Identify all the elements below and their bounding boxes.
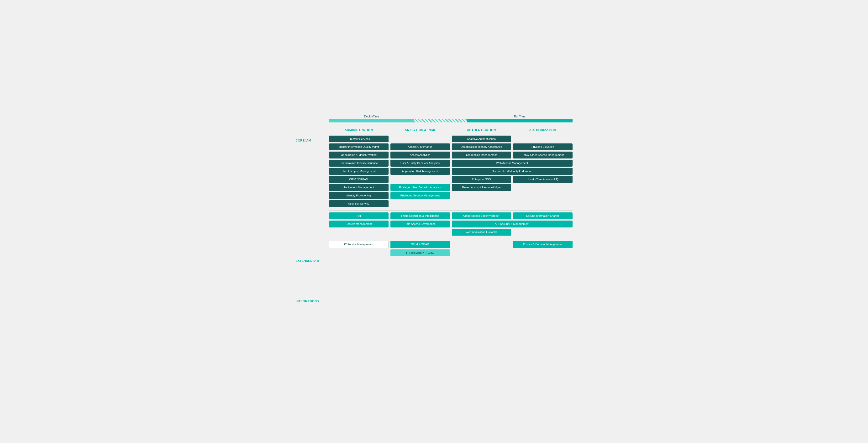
- int-row-2: IT Risk Mgmt / IT GRC: [329, 249, 572, 256]
- core-row-8: Identity Provisioning Privileged Session…: [329, 192, 572, 199]
- diagram-container: DeployTime RunTime CORE IAM EXTENDED IAM…: [291, 110, 577, 333]
- col-header-analytics: ANALYTICS & RISK: [391, 126, 450, 134]
- item-onboarding: Onboarding & Identity Vetting: [329, 152, 389, 158]
- separator-1: [329, 210, 572, 211]
- item-cloud-access-broker: Cloud Access Security Broker: [452, 213, 511, 219]
- middle-bar: [414, 119, 467, 122]
- core-iam-label: CORE IAM: [296, 137, 329, 254]
- core-row-2: Identity Information Quality Mgmt Access…: [329, 144, 572, 150]
- core-row-7: Entitlement Management Privileged User B…: [329, 184, 572, 191]
- item-web-app-firewalls: Web Application Firewalls: [452, 229, 511, 235]
- item-credentials-mgmt: Credentials Management: [452, 152, 511, 158]
- ext-row-3: Web Application Firewalls: [329, 229, 572, 235]
- item-policy-access: Policy-based Access Management: [513, 152, 572, 158]
- item-priv-session-mgmt: Privileged Session Management: [391, 192, 450, 199]
- main-layout: CORE IAM EXTENDED IAM INTEGRATIONS ADMIN…: [296, 126, 572, 328]
- item-secrets-mgmt: Secrets Management: [329, 221, 389, 227]
- item-fraud-reduction: Fraud Reduction & Intelligence: [391, 213, 450, 219]
- item-privilege-elevation: Privilege Elevation: [513, 144, 572, 150]
- core-row-6: CIEM / DREAM Enterprise SSO Just-in-Time…: [329, 176, 572, 183]
- item-app-risk-mgmt: Application Risk Management: [391, 168, 450, 175]
- item-entitlement-mgmt: Entitlement Management: [329, 184, 389, 191]
- deploy-bar: [329, 119, 414, 122]
- row-labels: CORE IAM EXTENDED IAM INTEGRATIONS: [296, 126, 329, 328]
- item-privacy-consent: Privacy & Consent Management: [513, 241, 572, 248]
- core-row-1: Directory Services Adaptive Authenticati…: [329, 135, 572, 143]
- core-row-5: User Lifecycle Management Application Ri…: [329, 168, 572, 175]
- item-adaptive-auth: Adaptive Authentication: [452, 135, 511, 143]
- core-row-4: Decentralized Identity Issuance User & E…: [329, 160, 572, 167]
- item-jit: Just-in-Time Access (JIT): [513, 176, 572, 183]
- col-header-auth: AUTHENTICATION: [452, 126, 511, 134]
- item-enterprise-sso: Enterprise SSO: [452, 176, 511, 183]
- item-identity-info: Identity Information Quality Mgmt: [329, 144, 389, 150]
- item-access-governance: Access Governance: [391, 144, 450, 150]
- core-row-3: Onboarding & Identity Vetting Access Ana…: [329, 152, 572, 158]
- item-identity-provisioning: Identity Provisioning: [329, 192, 389, 199]
- ext-row-1: PKI Fraud Reduction & Intelligence Cloud…: [329, 213, 572, 219]
- item-dec-identity-issuance: Decentralized Identity Issuance: [329, 160, 389, 167]
- core-row-9: User Self Service: [329, 200, 572, 207]
- runtime-label: RunTime: [467, 115, 572, 118]
- item-it-risk-mgmt: IT Risk Mgmt / IT GRC: [391, 249, 450, 256]
- top-bar: [329, 119, 572, 122]
- item-ueba: User & Entity Behavior Analytics: [391, 160, 450, 167]
- column-headers: ADMINISTRATION ANALYTICS & RISK AUTHENTI…: [329, 126, 572, 134]
- col-header-authorization: AUTHORIZATION: [513, 126, 572, 134]
- item-dec-identity-acceptance: Decentralized Identity Acceptance: [452, 144, 511, 150]
- ext-row-2: Secrets Management Data Access Governanc…: [329, 221, 572, 227]
- item-directory-services: Directory Services: [329, 135, 389, 143]
- extended-iam-label: EXTENDED IAM: [296, 257, 329, 294]
- item-data-access-gov: Data Access Governance: [391, 221, 450, 227]
- item-access-analytics: Access Analytics: [391, 152, 450, 158]
- item-shared-account-pwd: Shared Account Password Mgmt: [452, 184, 511, 191]
- item-ciem-dream: CIEM / DREAM: [329, 176, 389, 183]
- deploy-label: DeployTime: [329, 115, 414, 118]
- columns-area: ADMINISTRATION ANALYTICS & RISK AUTHENTI…: [329, 126, 572, 328]
- item-priv-user-behavior: Privileged User Behavior Analytics: [391, 184, 450, 191]
- item-it-service-mgmt: IT Service Management: [329, 241, 389, 248]
- runtime-bar: [467, 119, 572, 122]
- item-user-lifecycle: User Lifecycle Management: [329, 168, 389, 175]
- int-row-1: IT Service Management SIEM & SOAR Privac…: [329, 241, 572, 248]
- item-web-access-mgmt: Web Access Management: [452, 160, 572, 167]
- item-dec-identity-fed: Decentralized Identity Federation: [452, 168, 572, 175]
- item-user-self-service: User Self Service: [329, 200, 389, 207]
- item-pki: PKI: [329, 213, 389, 219]
- integrations-label: INTEGRATIONS: [296, 297, 329, 328]
- item-siem-soar: SIEM & SOAR: [391, 241, 450, 248]
- item-secure-info-sharing: Secure Information Sharing: [513, 213, 572, 219]
- col-header-admin: ADMINISTRATION: [329, 126, 389, 134]
- item-api-security: API Security & Management: [452, 221, 572, 227]
